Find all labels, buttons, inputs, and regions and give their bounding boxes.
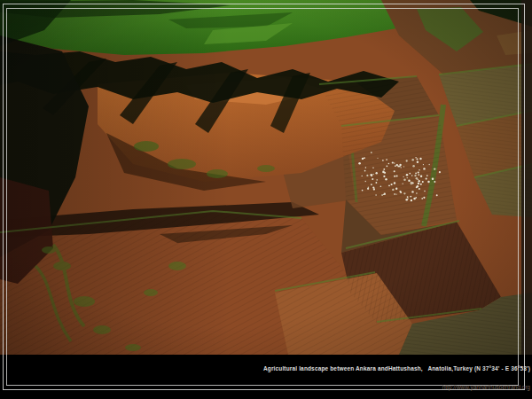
aerial-photo: [0, 0, 532, 355]
photo-caption: Agricultural landscape between Ankara an…: [263, 353, 530, 399]
caption-url: http://www.yannarthusbertrand.org: [263, 384, 530, 390]
aerial-photo-illustration: [0, 0, 532, 355]
wallpaper-canvas: Agricultural landscape between Ankara an…: [0, 0, 532, 399]
lighting-overlays: [0, 0, 532, 355]
caption-title: Agricultural landscape between Ankara an…: [263, 365, 530, 372]
